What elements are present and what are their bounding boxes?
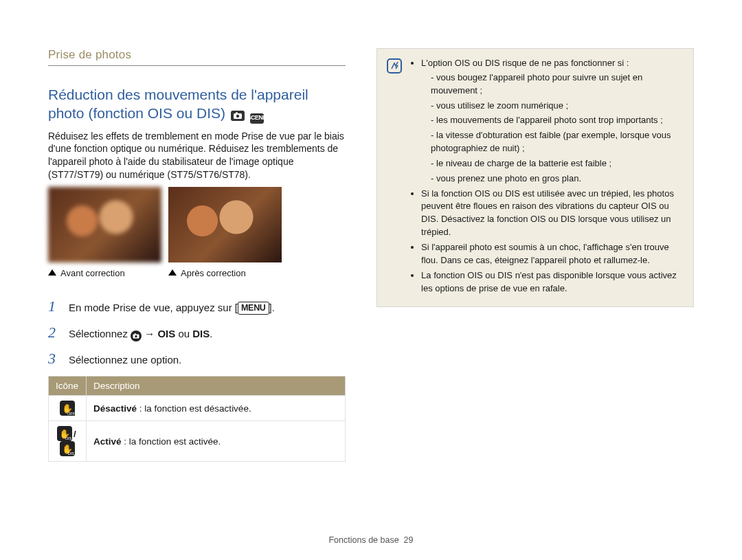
note-sub-4: la vitesse d'obturation est faible (par … [431,129,684,155]
page-title: Réduction des mouvements de l'appareil p… [48,85,346,124]
note-list: L'option OIS ou DIS risque de ne pas fon… [410,57,684,297]
desc-cell-off: Désactivé : la fonction est désactivée. [87,396,346,421]
thumb-before [48,187,161,262]
stabilizer-dis-icon: ✋ [60,441,75,456]
icon-cell-on: ✋/✋ [49,421,87,462]
step-number-3: 3 [48,350,60,368]
step-number-2: 2 [48,324,60,341]
steps-list: 1 En mode Prise de vue, appuyez sur [MEN… [48,298,346,368]
desc-cell-on: Activé : la fonction est activée. [87,421,346,462]
divider [48,65,346,66]
menu-key-icon: MENU [238,302,269,315]
scene-mode-icon: SCENE [250,113,264,124]
note-bullet-4: La fonction OIS ou DIS n'est pas disponi… [421,269,684,295]
camera-icon [131,331,142,341]
camera-mode-icon [231,111,245,121]
example-images [48,187,346,262]
note-sub-1: vous bougez l'appareil photo pour suivre… [431,71,684,98]
svg-rect-2 [236,113,238,114]
note-bullet-3: Si l'appareil photo est soumis à un choc… [421,241,684,267]
intro-paragraph: Réduisez les effets de tremblement en mo… [48,130,346,182]
section-label: Prise de photos [48,48,346,62]
th-description: Description [87,377,346,396]
note-sub-6: vous prenez une photo en gros plan. [431,172,684,186]
svg-point-1 [236,115,239,117]
page-footer: Fonctions de base 29 [0,535,742,545]
note-sub-3: les mouvements de l'appareil photo sont … [431,114,684,127]
options-table: Icône Description ✋ Désactivé : la fonct… [48,376,346,462]
note-sub-5: le niveau de charge de la batterie est f… [431,157,684,170]
step-3-text: Sélectionnez une option. [69,353,181,367]
triangle-icon [48,269,56,276]
svg-point-4 [135,335,137,337]
note-bullet-2: Si la fonction OIS ou DIS est utilisée a… [421,188,684,239]
step-number-1: 1 [48,298,60,315]
stabilizer-off-icon: ✋ [60,401,75,416]
thumb-after [168,187,282,262]
th-icon: Icône [49,377,87,396]
table-row: ✋/✋ Activé : la fonction est activée. [49,421,346,462]
stabilizer-ois-icon: ✋ [57,426,72,441]
title-text: Réduction des mouvements de l'appareil p… [48,87,308,121]
icon-cell-off: ✋ [49,396,87,421]
note-bullet-1: L'option OIS ou DIS risque de ne pas fon… [421,57,684,186]
svg-rect-5 [135,333,137,335]
table-row: ✋ Désactivé : la fonction est désactivée… [49,396,346,421]
step-1-text: En mode Prise de vue, appuyez sur [MENU]… [69,301,275,315]
note-sub-2: vous utilisez le zoom numérique ; [431,100,684,113]
step-2-text: Sélectionnez → OIS ou DIS. [69,327,212,341]
info-icon [387,58,402,74]
note-box: L'option OIS ou DIS risque de ne pas fon… [376,48,694,307]
triangle-icon [168,269,177,276]
caption-after: Après correction [168,268,282,278]
caption-before: Avant correction [48,268,161,278]
